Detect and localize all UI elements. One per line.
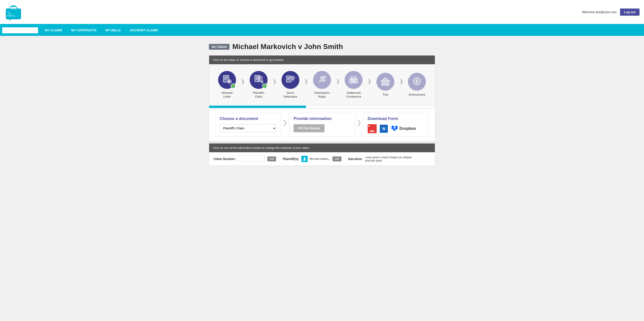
separator-1 bbox=[209, 141, 435, 144]
arrow-4: ❯ bbox=[336, 78, 340, 91]
step-circle-enforcement: $ bbox=[408, 73, 426, 91]
edit-instruction-bar: Click on one of the edit buttons below t… bbox=[209, 144, 435, 152]
claim-badge: No Claim# bbox=[209, 44, 230, 50]
svg-rect-37 bbox=[383, 81, 384, 85]
narrative-text: I was given a bad cheque (a cheque that … bbox=[365, 156, 414, 162]
demand-letter-icon bbox=[222, 74, 232, 85]
nav-my-wills[interactable]: MY WILLS bbox=[101, 24, 125, 36]
enforcement-icon: $ bbox=[412, 76, 422, 87]
svg-rect-21 bbox=[261, 81, 263, 83]
svg-rect-40 bbox=[388, 81, 388, 85]
choose-document-title: Choose a document bbox=[220, 116, 276, 121]
svg-rect-20 bbox=[259, 79, 261, 79]
step-circle-demand-letter: ✓ bbox=[218, 71, 236, 89]
svg-point-28 bbox=[320, 76, 324, 80]
svg-point-35 bbox=[354, 80, 356, 82]
nav-my-contracts[interactable]: MY CONTRACTS bbox=[67, 24, 101, 36]
step-enforcement[interactable]: $ Enforcement bbox=[404, 73, 430, 97]
arrow-1: ❯ bbox=[241, 78, 245, 91]
step-circle-trial bbox=[376, 73, 394, 91]
step-label-enforcement: Enforcement bbox=[409, 93, 425, 97]
svg-rect-23 bbox=[287, 77, 290, 78]
step-defendants-reply[interactable]: Defendant's Reply bbox=[308, 71, 335, 99]
page-title: Michael Markovich v John Smith bbox=[232, 42, 343, 51]
step-label-defendants-reply: Defendant's Reply bbox=[314, 91, 330, 99]
svg-marker-51 bbox=[391, 127, 394, 130]
download-form-panel: Download Form ▶ PDF W bbox=[363, 113, 429, 137]
arrow-5: ❯ bbox=[368, 78, 372, 91]
panel-arrow-2: ❯ bbox=[356, 113, 362, 137]
edit-claim-number-button[interactable]: edit bbox=[267, 156, 276, 162]
plaintiffs-claim-icon bbox=[254, 74, 264, 85]
defendants-reply-icon bbox=[317, 74, 327, 85]
dropbox-area[interactable]: Dropbox bbox=[391, 126, 416, 132]
narrative-label: Narrative: bbox=[348, 157, 363, 161]
svg-text:BRIEFCASE: BRIEFCASE bbox=[7, 15, 15, 16]
step-settlement-conference[interactable]: Settlement Conference bbox=[340, 71, 367, 99]
step-circle-serve-defendant bbox=[282, 71, 300, 89]
serve-defendant-icon bbox=[286, 74, 295, 85]
narrative-group: Narrative: I was given a bad cheque (a c… bbox=[348, 156, 414, 162]
search-input[interactable] bbox=[2, 27, 38, 33]
svg-rect-17 bbox=[256, 79, 258, 80]
step-circle-plaintiffs-claim: ✓ bbox=[250, 71, 268, 89]
claim-number-input[interactable] bbox=[238, 156, 265, 162]
pdf-icon[interactable]: ▶ PDF bbox=[368, 124, 377, 133]
step-serve-defendant[interactable]: Serve Defendant bbox=[277, 71, 304, 99]
trial-icon bbox=[380, 76, 390, 87]
step-demand-letter[interactable]: ✓ Demand Letter bbox=[214, 71, 240, 99]
svg-marker-3 bbox=[8, 19, 12, 21]
svg-rect-38 bbox=[384, 81, 385, 85]
svg-rect-8 bbox=[224, 77, 228, 77]
three-columns: Choose a document Plaintiff's Claim Dema… bbox=[209, 108, 435, 141]
nav-account-claims[interactable]: ACCOUNT CLAIMS bbox=[125, 24, 163, 36]
word-icon[interactable]: W bbox=[380, 125, 388, 133]
logout-button[interactable]: Log out bbox=[620, 8, 640, 16]
progress-bar-fill bbox=[209, 106, 306, 108]
svg-text:$: $ bbox=[416, 79, 418, 84]
edit-plaintiff-button[interactable]: edit bbox=[332, 156, 341, 162]
step-circle-settlement-conference bbox=[344, 71, 362, 89]
svg-marker-50 bbox=[394, 127, 398, 130]
plaintiffs-group: Plaintiff(s): Michael Marko... edit bbox=[283, 156, 342, 162]
steps-area: ✓ Demand Letter ❯ bbox=[209, 64, 435, 106]
step-label-trial: Trial bbox=[382, 93, 388, 97]
step-check-demand-letter: ✓ bbox=[231, 84, 236, 88]
svg-rect-19 bbox=[259, 78, 261, 78]
svg-text:W: W bbox=[382, 127, 386, 131]
progress-bar-area bbox=[209, 106, 435, 108]
logo-icon: MY LEGAL BRIEFCASE bbox=[4, 3, 22, 21]
welcome-text: Welcome test@user.com bbox=[582, 10, 617, 14]
plaintiffs-label: Plaintiff(s): bbox=[283, 157, 299, 161]
choose-document-panel: Choose a document Plaintiff's Claim Dema… bbox=[215, 113, 281, 137]
step-circle-defendants-reply bbox=[313, 71, 331, 89]
download-form-title: Download Form bbox=[368, 116, 424, 121]
navbar: MY CLAIMS MY CONTRACTS MY WILLS ACCOUNT … bbox=[0, 24, 644, 36]
page-title-row: No Claim# Michael Markovich v John Smith bbox=[209, 42, 435, 51]
step-label-demand-letter: Demand Letter bbox=[222, 91, 232, 99]
svg-rect-42 bbox=[381, 85, 390, 86]
fill-out-details-button[interactable]: Fill Out Details bbox=[294, 124, 324, 132]
step-trial[interactable]: Trial bbox=[372, 73, 398, 97]
logo-area: MY LEGAL BRIEFCASE bbox=[4, 3, 22, 21]
plaintiff-avatar bbox=[302, 156, 308, 162]
nav-links: MY CLAIMS MY CONTRACTS MY WILLS ACCOUNT … bbox=[40, 24, 163, 36]
claim-number-label: Claim Number: bbox=[214, 157, 236, 161]
svg-rect-2 bbox=[10, 7, 17, 10]
step-plaintiffs-claim[interactable]: ✓ Plaintiff's Claim bbox=[245, 71, 272, 99]
document-select[interactable]: Plaintiff's Claim Demand Letter Serve De… bbox=[220, 124, 276, 132]
step-label-settlement-conference: Settlement Conference bbox=[346, 91, 361, 99]
provide-information-panel: Provide information Fill Out Details bbox=[289, 113, 355, 137]
svg-text:LEGAL: LEGAL bbox=[8, 13, 12, 14]
arrow-2: ❯ bbox=[272, 78, 276, 91]
nav-my-claims[interactable]: MY CLAIMS bbox=[40, 24, 67, 36]
svg-marker-52 bbox=[393, 129, 396, 131]
svg-rect-25 bbox=[287, 80, 289, 80]
header-right: Welcome test@user.com Log out bbox=[582, 8, 640, 16]
svg-point-29 bbox=[324, 76, 326, 78]
plaintiff-info: Michael Marko... edit bbox=[302, 156, 342, 162]
svg-rect-10 bbox=[224, 79, 226, 80]
header: MY LEGAL BRIEFCASE Welcome test@user.com… bbox=[0, 0, 644, 24]
svg-rect-39 bbox=[386, 81, 387, 85]
main-card: Click on the steps or choose a document … bbox=[209, 55, 435, 166]
